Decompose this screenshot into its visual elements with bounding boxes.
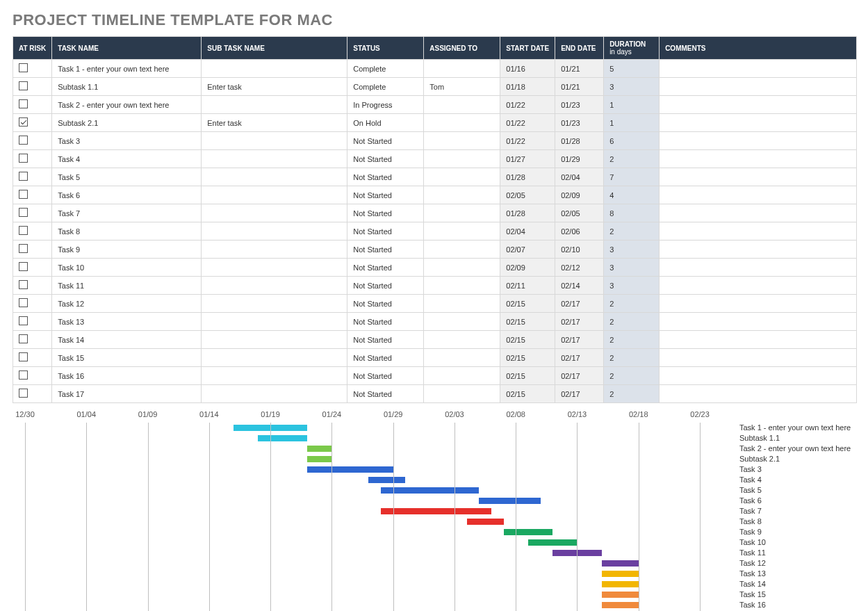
cell-comments[interactable] [660, 204, 857, 222]
cell-comments[interactable] [660, 277, 857, 295]
cell-comments[interactable] [660, 259, 857, 277]
cell-duration[interactable]: 5 [604, 60, 660, 78]
cell-task[interactable]: Task 15 [52, 349, 202, 367]
cell-assigned[interactable] [424, 385, 500, 403]
at-risk-checkbox[interactable] [19, 298, 28, 307]
cell-task[interactable]: Subtask 1.1 [52, 78, 202, 96]
cell-end[interactable]: 02/04 [555, 168, 604, 186]
cell-start[interactable]: 01/22 [500, 114, 555, 132]
at-risk-checkbox[interactable] [19, 262, 28, 271]
cell-task[interactable]: Task 3 [52, 132, 202, 150]
cell-comments[interactable] [660, 367, 857, 385]
cell-status[interactable]: Not Started [347, 331, 424, 349]
cell-start[interactable]: 01/22 [500, 132, 555, 150]
cell-sub[interactable] [202, 222, 347, 241]
cell-sub[interactable] [202, 168, 347, 186]
cell-sub[interactable] [202, 204, 347, 222]
cell-assigned[interactable] [424, 331, 500, 349]
at-risk-checkbox[interactable] [19, 81, 28, 90]
cell-status[interactable]: Not Started [347, 204, 424, 222]
cell-duration[interactable]: 1 [604, 114, 660, 132]
cell-end[interactable]: 01/23 [555, 96, 604, 114]
at-risk-checkbox[interactable] [19, 316, 28, 325]
at-risk-checkbox[interactable] [19, 389, 28, 398]
at-risk-checkbox[interactable] [19, 190, 28, 199]
cell-status[interactable]: Not Started [347, 313, 424, 331]
cell-status[interactable]: Not Started [347, 295, 424, 313]
cell-sub[interactable]: Enter task [202, 114, 347, 132]
cell-comments[interactable] [660, 96, 857, 114]
cell-comments[interactable] [660, 222, 857, 241]
cell-assigned[interactable] [424, 204, 500, 222]
cell-end[interactable]: 02/05 [555, 204, 604, 222]
cell-status[interactable]: Complete [347, 78, 424, 96]
cell-comments[interactable] [660, 168, 857, 186]
cell-status[interactable]: Not Started [347, 259, 424, 277]
cell-status[interactable]: On Hold [347, 114, 424, 132]
cell-assigned[interactable] [424, 241, 500, 259]
cell-status[interactable]: Not Started [347, 150, 424, 168]
at-risk-checkbox[interactable] [19, 172, 28, 181]
cell-status[interactable]: Complete [347, 60, 424, 78]
cell-task[interactable]: Task 12 [52, 295, 202, 313]
cell-task[interactable]: Task 14 [52, 331, 202, 349]
cell-task[interactable]: Task 4 [52, 150, 202, 168]
cell-assigned[interactable] [424, 186, 500, 204]
cell-start[interactable]: 02/15 [500, 331, 555, 349]
at-risk-checkbox[interactable] [19, 117, 28, 127]
cell-comments[interactable] [660, 132, 857, 150]
cell-start[interactable]: 01/27 [500, 150, 555, 168]
at-risk-checkbox[interactable] [19, 208, 28, 217]
at-risk-checkbox[interactable] [19, 370, 28, 380]
cell-duration[interactable]: 7 [604, 168, 660, 186]
cell-end[interactable]: 02/17 [555, 385, 604, 403]
cell-comments[interactable] [660, 60, 857, 78]
cell-sub[interactable] [202, 331, 347, 349]
cell-sub[interactable] [202, 385, 347, 403]
cell-duration[interactable]: 3 [604, 241, 660, 259]
cell-assigned[interactable] [424, 367, 500, 385]
cell-duration[interactable]: 2 [604, 385, 660, 403]
cell-task[interactable]: Task 1 - enter your own text here [52, 60, 202, 78]
cell-comments[interactable] [660, 331, 857, 349]
cell-end[interactable]: 01/29 [555, 150, 604, 168]
cell-end[interactable]: 01/21 [555, 60, 604, 78]
cell-task[interactable]: Task 9 [52, 241, 202, 259]
at-risk-checkbox[interactable] [19, 99, 28, 108]
cell-task[interactable]: Task 16 [52, 367, 202, 385]
cell-duration[interactable]: 6 [604, 132, 660, 150]
cell-end[interactable]: 01/21 [555, 78, 604, 96]
cell-assigned[interactable] [424, 222, 500, 241]
cell-start[interactable]: 02/15 [500, 349, 555, 367]
cell-start[interactable]: 01/22 [500, 96, 555, 114]
cell-comments[interactable] [660, 78, 857, 96]
cell-status[interactable]: Not Started [347, 241, 424, 259]
cell-task[interactable]: Task 13 [52, 313, 202, 331]
cell-start[interactable]: 02/15 [500, 367, 555, 385]
cell-sub[interactable] [202, 367, 347, 385]
cell-status[interactable]: Not Started [347, 186, 424, 204]
at-risk-checkbox[interactable] [19, 280, 28, 289]
cell-sub[interactable] [202, 277, 347, 295]
cell-assigned[interactable]: Tom [424, 78, 500, 96]
cell-comments[interactable] [660, 313, 857, 331]
cell-task[interactable]: Task 7 [52, 204, 202, 222]
cell-duration[interactable]: 2 [604, 313, 660, 331]
cell-end[interactable]: 02/10 [555, 241, 604, 259]
cell-duration[interactable]: 3 [604, 277, 660, 295]
cell-start[interactable]: 02/05 [500, 186, 555, 204]
cell-start[interactable]: 02/15 [500, 385, 555, 403]
cell-sub[interactable]: Enter task [202, 78, 347, 96]
cell-duration[interactable]: 4 [604, 186, 660, 204]
cell-comments[interactable] [660, 150, 857, 168]
cell-end[interactable]: 02/17 [555, 295, 604, 313]
cell-assigned[interactable] [424, 168, 500, 186]
cell-comments[interactable] [660, 114, 857, 132]
cell-end[interactable]: 02/06 [555, 222, 604, 241]
cell-status[interactable]: Not Started [347, 367, 424, 385]
cell-assigned[interactable] [424, 114, 500, 132]
cell-assigned[interactable] [424, 60, 500, 78]
cell-comments[interactable] [660, 186, 857, 204]
at-risk-checkbox[interactable] [19, 352, 28, 361]
cell-duration[interactable]: 3 [604, 78, 660, 96]
